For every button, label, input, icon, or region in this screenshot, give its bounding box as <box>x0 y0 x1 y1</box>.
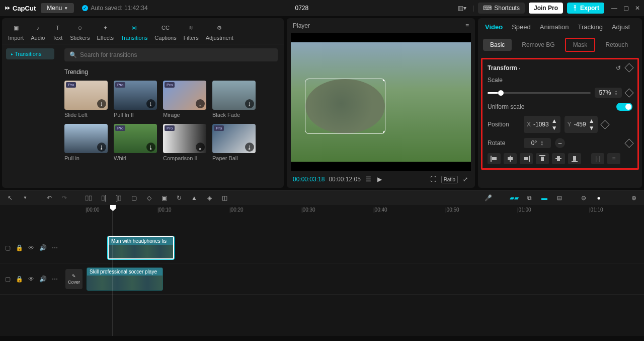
keyframe-icon[interactable] <box>624 88 633 97</box>
media-tab-effects[interactable]: ✦Effects <box>97 22 113 41</box>
overlay-selection[interactable] <box>305 79 385 134</box>
align-bottom-icon[interactable] <box>568 153 581 164</box>
trim-left-icon[interactable]: ⌷[ <box>99 194 109 201</box>
track-mute-icon[interactable]: 🔊 <box>39 244 47 251</box>
subtab-mask[interactable]: Mask <box>565 38 596 52</box>
distribute-h-icon[interactable]: |·| <box>591 153 604 164</box>
scale-slider[interactable] <box>488 92 591 94</box>
minimize-icon[interactable]: — <box>611 5 617 12</box>
play-icon[interactable]: ▶ <box>376 175 383 184</box>
transition-thumb[interactable]: ⭳Black Fade <box>212 81 256 118</box>
playhead[interactable] <box>113 205 113 336</box>
fullscreen-icon[interactable]: ⤢ <box>462 175 469 184</box>
track-more-icon[interactable]: ⋯ <box>52 276 58 283</box>
position-y-input[interactable]: Y-459▲▼ <box>565 116 598 133</box>
media-tab-text[interactable]: TText <box>52 22 63 41</box>
project-title[interactable]: 0728 <box>153 5 451 12</box>
properties-tab-adjust[interactable]: Adjust <box>612 23 630 31</box>
keyframe-icon[interactable] <box>624 63 633 72</box>
ratio-button[interactable]: Ratio <box>441 176 458 183</box>
transition-thumb[interactable]: Pro⭳Pull In II <box>114 81 157 118</box>
track-more-icon[interactable]: ⋯ <box>52 244 58 251</box>
timeline-clip[interactable]: Man with headphones lis <box>108 236 174 259</box>
link-icon[interactable]: ⧉ <box>524 194 534 201</box>
media-tab-audio[interactable]: ♪Audio <box>31 22 45 41</box>
keyframe-icon[interactable] <box>624 139 633 148</box>
transition-thumb[interactable]: ⭳Pull in <box>64 124 108 161</box>
reverse-icon[interactable]: ↻ <box>174 194 184 201</box>
properties-tab-tracking[interactable]: Tracking <box>578 23 603 31</box>
transition-thumb[interactable]: Pro⭳Comparison II <box>163 124 206 161</box>
media-tab-transitions[interactable]: ⋈Transitions <box>121 22 147 41</box>
split-icon[interactable]: ⌷⌷ <box>84 194 94 201</box>
reset-icon[interactable]: ↺ <box>616 64 621 72</box>
media-tab-filters[interactable]: ≋Filters <box>184 22 199 41</box>
zoom-slider-icon[interactable]: ● <box>594 194 604 201</box>
track-collapse-icon[interactable]: ▢ <box>5 244 11 251</box>
export-button[interactable]: ⭱Export <box>567 3 604 14</box>
snap-icon[interactable]: ▬ <box>539 194 549 201</box>
sidebar-category-transitions[interactable]: ▸Transitions <box>6 48 54 59</box>
player-menu-icon[interactable]: ≡ <box>465 22 469 29</box>
crop-tool-icon[interactable]: ▢ <box>129 194 139 201</box>
track-mute-icon[interactable]: 🔊 <box>39 276 47 283</box>
rotate-ccw-button[interactable]: – <box>555 138 565 148</box>
track-visibility-icon[interactable]: 👁 <box>28 276 34 283</box>
transition-thumb[interactable]: Pro⭳Paper Ball <box>212 124 256 161</box>
download-icon[interactable]: ⭳ <box>97 99 106 108</box>
track-lock-icon[interactable]: 🔒 <box>16 276 23 283</box>
transition-thumb[interactable]: Pro⭳Slide Left <box>64 81 108 118</box>
trim-right-icon[interactable]: ]⌷ <box>114 194 124 201</box>
download-icon[interactable]: ⭳ <box>245 143 254 152</box>
uniform-scale-toggle[interactable] <box>616 103 632 111</box>
position-x-input[interactable]: X-1093▲▼ <box>524 116 560 133</box>
maximize-icon[interactable]: ▢ <box>623 5 629 12</box>
mic-icon[interactable]: 🎤 <box>483 194 493 201</box>
media-tab-adjustment[interactable]: ⚙Adjustment <box>206 22 233 41</box>
keyframe-icon[interactable] <box>600 120 609 129</box>
search-input[interactable]: 🔍 Search for transitions <box>64 48 278 61</box>
track-visibility-icon[interactable]: 👁 <box>28 244 34 251</box>
undo-icon[interactable]: ↶ <box>44 194 54 201</box>
track-collapse-icon[interactable]: ▢ <box>5 276 11 283</box>
properties-tab-animation[interactable]: Animation <box>540 23 569 31</box>
close-icon[interactable]: ✕ <box>635 5 640 12</box>
download-icon[interactable]: ⭳ <box>245 99 254 108</box>
menu-button[interactable]: Menu▼ <box>41 3 74 13</box>
copy-icon[interactable]: ▣ <box>159 194 169 201</box>
download-icon[interactable]: ⭳ <box>196 143 205 152</box>
layout-icon[interactable]: ▥▾ <box>456 3 468 14</box>
tool-dropdown-icon[interactable]: ▼ <box>20 195 30 200</box>
align-right-icon[interactable] <box>520 153 533 164</box>
player-viewport[interactable] <box>291 33 471 171</box>
media-tab-captions[interactable]: CCCaptions <box>154 22 176 41</box>
align-center-v-icon[interactable] <box>552 153 565 164</box>
align-center-h-icon[interactable] <box>504 153 517 164</box>
transition-thumb[interactable]: Pro⭳Whirl <box>114 124 157 161</box>
timeline-clip[interactable]: Skill professional soccer playe <box>87 267 163 291</box>
shortcuts-button[interactable]: ⌨Shortcuts <box>478 3 525 14</box>
magnet-icon[interactable]: ▰▰ <box>509 194 519 201</box>
download-icon[interactable]: ⭳ <box>146 143 155 152</box>
scale-value[interactable]: 57%▲▼ <box>595 88 622 98</box>
transition-thumb[interactable]: Pro⭳Mirage <box>163 81 206 118</box>
join-pro-button[interactable]: Join Pro <box>529 3 563 14</box>
redo-icon[interactable]: ↷ <box>59 194 69 201</box>
download-icon[interactable]: ⭳ <box>146 99 155 108</box>
freeze-icon[interactable]: ◫ <box>219 194 229 201</box>
distribute-v-icon[interactable]: ≡ <box>607 153 620 164</box>
preview-icon[interactable]: ⊟ <box>554 194 565 201</box>
zoom-out-icon[interactable]: ⊖ <box>579 194 589 201</box>
properties-tab-speed[interactable]: Speed <box>512 23 531 31</box>
select-tool-icon[interactable]: ↖ <box>5 194 15 201</box>
subtab-remove-bg[interactable]: Remove BG <box>515 39 561 51</box>
download-icon[interactable]: ⭳ <box>196 99 205 108</box>
crop-icon[interactable]: ⛶ <box>429 175 437 184</box>
subtab-basic[interactable]: Basic <box>483 39 512 51</box>
rotate-value[interactable]: 0°▲▼ <box>524 138 551 148</box>
properties-tab-video[interactable]: Video <box>485 23 503 31</box>
subtab-retouch[interactable]: Retouch <box>598 39 635 51</box>
list-icon[interactable]: ☰ <box>365 175 372 184</box>
cover-button[interactable]: ✎ Cover <box>65 269 83 289</box>
download-icon[interactable]: ⭳ <box>97 143 106 152</box>
